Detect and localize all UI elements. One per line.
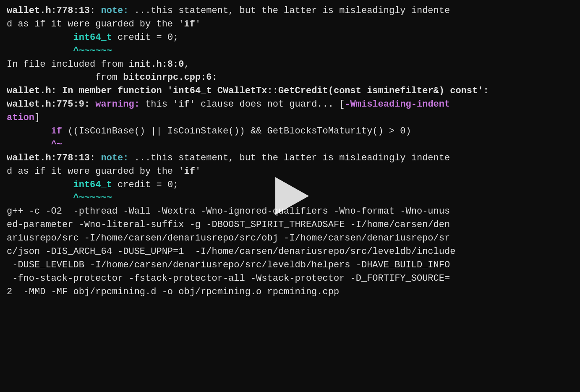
terminal-line: c/json -DIS_ARCH_64 -DUSE_UPNP=1 -I/home… (7, 245, 573, 259)
terminal-line: d as if it were guarded by the 'if' (7, 165, 573, 178)
terminal-line: 2 -MMD -MF obj/rpcmining.d -o obj/rpcmin… (7, 285, 573, 299)
terminal-output: wallet.h:778:13: note: ...this statement… (7, 4, 573, 299)
terminal-line: wallet.h: In member function 'int64_t CW… (7, 84, 573, 98)
terminal-line: ^~~~~~~ (7, 44, 573, 58)
terminal-line: ^~~~~~~ (7, 191, 573, 205)
terminal-line: In file included from init.h:8:0, (7, 58, 573, 71)
terminal-line: wallet.h:778:13: note: ...this statement… (7, 152, 573, 165)
terminal-line: from bitcoinrpc.cpp:6: (7, 71, 573, 84)
terminal-line: ed-parameter -Wno-literal-suffix -g -DBO… (7, 218, 573, 232)
terminal-line: wallet.h:778:13: note: ...this statement… (7, 4, 573, 18)
terminal-line: -fno-stack-protector -fstack-protector-a… (7, 272, 573, 285)
terminal-line: g++ -c -O2 -pthread -Wall -Wextra -Wno-i… (7, 205, 573, 218)
terminal-line: ation] (7, 111, 573, 125)
terminal-container: wallet.h:778:13: note: ...this statement… (0, 0, 580, 392)
terminal-line: int64_t credit = 0; (7, 178, 573, 192)
terminal-line: int64_t credit = 0; (7, 31, 573, 44)
terminal-line: ariusrepo/src -I/home/carsen/denariusrep… (7, 232, 573, 245)
terminal-line: d as if it were guarded by the 'if' (7, 18, 573, 31)
terminal-line: if ((IsCoinBase() || IsCoinStake()) && G… (7, 125, 573, 138)
terminal-line: -DUSE_LEVELDB -I/home/carsen/denariusrep… (7, 259, 573, 272)
terminal-line: wallet.h:775:9: warning: this 'if' claus… (7, 98, 573, 111)
terminal-line: ^~ (7, 138, 573, 152)
